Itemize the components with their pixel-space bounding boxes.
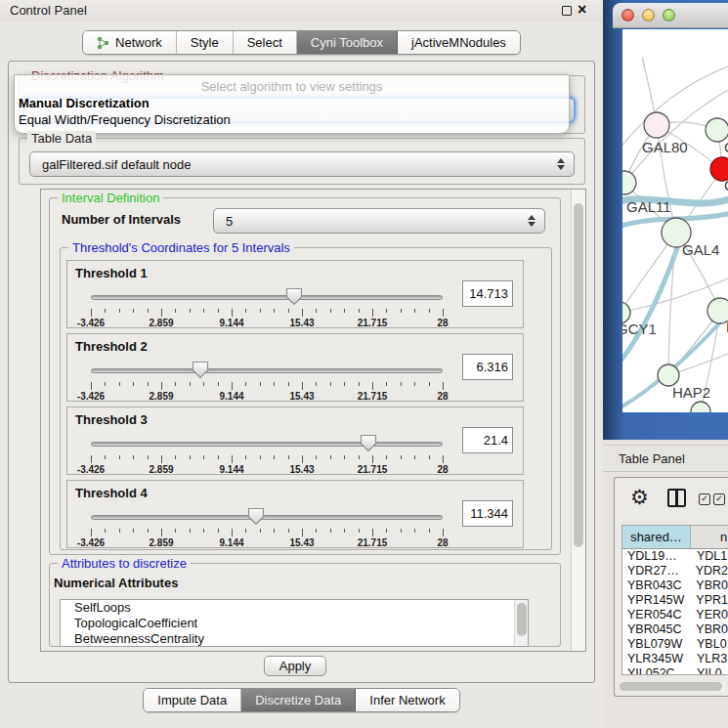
list-item[interactable]: BetweennessCentrality bbox=[61, 631, 528, 647]
horizontal-scrollbar[interactable] bbox=[620, 681, 726, 692]
network-canvas[interactable]: GAL80 G C GAL11 GAL4 GCY1 H HAP2 bbox=[622, 29, 728, 412]
tick-label: 21.715 bbox=[358, 318, 388, 328]
cell[interactable]: YDL19… bbox=[622, 549, 691, 564]
group-title: Threshold's Coordinates for 5 Intervals bbox=[68, 240, 294, 255]
slider-track[interactable] bbox=[91, 368, 443, 373]
cell[interactable]: YPR145W bbox=[622, 593, 690, 608]
tab-select[interactable]: Select bbox=[234, 31, 297, 54]
tab-label: Impute Data bbox=[157, 693, 227, 707]
list-item[interactable]: SelfLoops bbox=[61, 600, 528, 616]
mac-minimize-button[interactable] bbox=[642, 9, 655, 21]
cell[interactable]: YIL052C bbox=[622, 666, 691, 675]
slider-track[interactable] bbox=[91, 515, 443, 520]
table-row[interactable]: YDR27…YDR2 bbox=[622, 564, 728, 578]
dropdown-option-manual[interactable]: Manual Discretization bbox=[19, 96, 150, 110]
cell[interactable]: YDR2 bbox=[690, 564, 728, 578]
tab-discretize-data[interactable]: Discretize Data bbox=[241, 689, 356, 711]
table-row[interactable]: YIL052CYIL0 bbox=[622, 666, 728, 675]
number-of-intervals-combobox[interactable]: 5 bbox=[213, 208, 545, 234]
slider-ticks bbox=[91, 529, 443, 537]
cell[interactable]: YPR1 bbox=[690, 593, 728, 608]
cell[interactable]: YDR27… bbox=[622, 564, 690, 578]
mac-close-button[interactable] bbox=[621, 9, 634, 21]
slider-thumb[interactable] bbox=[247, 507, 265, 526]
float-window-icon[interactable] bbox=[562, 6, 572, 16]
slider-track[interactable] bbox=[91, 442, 443, 447]
cell[interactable]: YLR345W bbox=[622, 652, 691, 666]
attributes-listbox: SelfLoops TopologicalCoefficient Between… bbox=[60, 599, 529, 647]
tick-label: 15.43 bbox=[289, 537, 314, 548]
threshold-1-value-field[interactable] bbox=[462, 280, 513, 307]
dropdown-option-equal-width[interactable]: Equal Width/Frequency Discretization bbox=[19, 112, 231, 127]
column-header-name[interactable]: n… bbox=[691, 526, 728, 548]
thresholds-group: Threshold's Coordinates for 5 Intervals … bbox=[60, 247, 552, 550]
node-h[interactable] bbox=[707, 298, 728, 323]
vertical-scrollbar[interactable] bbox=[571, 190, 585, 651]
cell[interactable]: YBL0 bbox=[691, 637, 728, 652]
list-item[interactable]: TopologicalCoefficient bbox=[61, 616, 528, 631]
checkbox-icon[interactable]: ✓ bbox=[699, 493, 710, 505]
mac-zoom-button[interactable] bbox=[663, 9, 675, 21]
cell[interactable]: YBR0 bbox=[690, 578, 728, 593]
scrollbar-thumb[interactable] bbox=[620, 682, 722, 691]
table-row[interactable]: YBR045CYBR0 bbox=[622, 622, 728, 637]
threshold-label: Threshold 3 bbox=[75, 412, 148, 427]
scrollbar-thumb[interactable] bbox=[517, 603, 527, 636]
control-panel-titlebar: Control Panel × bbox=[0, 0, 603, 21]
tab-jactivemnodules[interactable]: jActiveMNodules bbox=[398, 31, 520, 54]
table-data-combobox[interactable]: galFiltered.sif default node bbox=[29, 151, 575, 177]
cell[interactable]: YBR043C bbox=[622, 578, 690, 593]
node-hap2[interactable] bbox=[658, 364, 679, 386]
cell[interactable]: YBR045C bbox=[622, 622, 690, 637]
checkbox-icon[interactable]: ✓ bbox=[713, 493, 725, 505]
table-row[interactable]: YBL079WYBL0 bbox=[622, 637, 728, 652]
table-row[interactable]: YDL19…YDL1 bbox=[622, 549, 728, 564]
node-gal11[interactable] bbox=[622, 171, 636, 194]
cell[interactable]: YDL1 bbox=[691, 549, 728, 564]
threshold-4-value-field[interactable] bbox=[462, 500, 513, 527]
cell[interactable]: YLR3 bbox=[691, 652, 728, 666]
close-icon[interactable]: × bbox=[578, 1, 586, 19]
tab-impute-data[interactable]: Impute Data bbox=[144, 689, 241, 711]
slider-track[interactable] bbox=[91, 295, 443, 300]
slider-tick-labels: -3.426 2.859 9.144 15.43 21.715 28 bbox=[91, 464, 443, 475]
table-panel-window: ⚙ ✓ ✓ shared… n… YDL19…YDL1 YDR27…YDR2 Y… bbox=[614, 477, 728, 697]
tab-infer-network[interactable]: Infer Network bbox=[356, 689, 458, 711]
tick-label: 21.715 bbox=[358, 391, 388, 402]
slider-thumb[interactable] bbox=[360, 434, 377, 452]
node-gal80[interactable] bbox=[644, 112, 669, 138]
slider-thumb[interactable] bbox=[285, 287, 303, 306]
node-bottom[interactable] bbox=[691, 402, 710, 412]
tick-label: 28 bbox=[437, 391, 448, 402]
tab-cyni-toolbox[interactable]: Cyni Toolbox bbox=[297, 31, 398, 54]
tab-style[interactable]: Style bbox=[177, 31, 234, 54]
cell[interactable]: YER0 bbox=[690, 608, 728, 622]
table-panel-title: Table Panel bbox=[619, 451, 685, 466]
network-icon bbox=[97, 36, 109, 50]
threshold-3-value-field[interactable] bbox=[462, 427, 513, 453]
cell[interactable]: YER054C bbox=[622, 608, 690, 622]
table-row[interactable]: YPR145WYPR1 bbox=[622, 593, 728, 608]
gear-icon[interactable]: ⚙ bbox=[630, 486, 649, 509]
cell[interactable]: YBL079W bbox=[622, 637, 691, 652]
table-row[interactable]: YER054CYER0 bbox=[622, 608, 728, 622]
node-label: HAP2 bbox=[672, 384, 710, 401]
tick-label: 9.144 bbox=[219, 391, 243, 402]
threshold-2-value-field[interactable] bbox=[462, 354, 513, 380]
slider-thumb[interactable] bbox=[192, 361, 209, 379]
list-scrollbar[interactable] bbox=[514, 600, 528, 646]
split-pane-icon[interactable] bbox=[667, 489, 686, 507]
tab-label: Style bbox=[191, 35, 219, 50]
cell[interactable]: YIL0 bbox=[691, 666, 728, 675]
apply-button[interactable]: Apply bbox=[264, 656, 326, 676]
tab-network[interactable]: Network bbox=[83, 31, 177, 54]
cell[interactable]: YBR0 bbox=[690, 622, 728, 637]
column-header-shared-name[interactable]: shared… bbox=[622, 526, 691, 548]
bottom-tab-bar: Impute Data Discretize Data Infer Networ… bbox=[0, 688, 603, 712]
table-row[interactable]: YBR043CYBR0 bbox=[622, 578, 728, 593]
scrollbar-thumb[interactable] bbox=[574, 203, 583, 547]
table-row[interactable]: YLR345WYLR3 bbox=[622, 652, 728, 666]
threshold-3-panel: Threshold 3 -3.426 2.859 9.144 15.43 bbox=[66, 407, 524, 475]
slider-tick-labels: -3.426 2.859 9.144 15.43 21.715 28 bbox=[91, 318, 443, 328]
stepper-icon bbox=[557, 158, 565, 170]
